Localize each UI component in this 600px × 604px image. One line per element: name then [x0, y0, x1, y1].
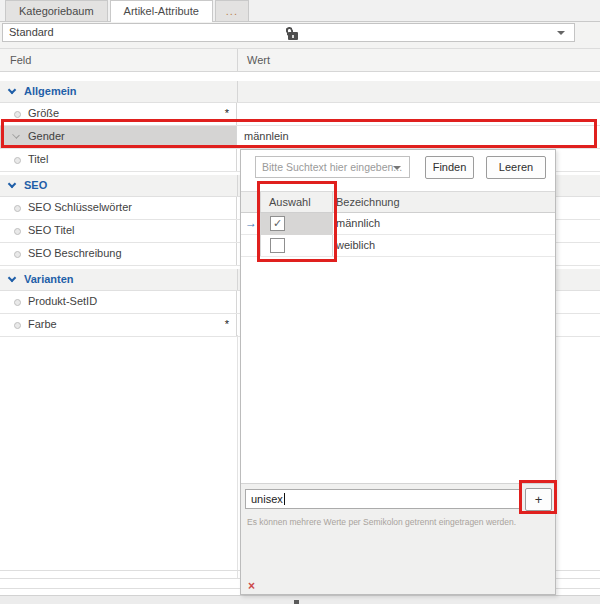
column-header-wert: Wert	[247, 54, 270, 66]
close-popup-icon[interactable]: ×	[248, 579, 255, 593]
check-icon: ✓	[273, 217, 282, 229]
field-status-icon	[14, 228, 21, 235]
article-attributes-window: Kategoriebaum Artikel-Attribute ... Stan…	[0, 0, 600, 604]
tab-more[interactable]: ...	[215, 0, 249, 21]
checkbox-maennlich[interactable]: ✓	[270, 216, 285, 231]
tab-artikel-attribute[interactable]: Artikel-Attribute	[110, 0, 213, 22]
option-row-maennlich[interactable]: → ✓ männlich	[241, 213, 555, 235]
field-status-icon	[14, 205, 21, 212]
collapse-arrow-icon[interactable]	[8, 180, 16, 188]
section-row-allgemein[interactable]: Allgemein	[0, 81, 600, 103]
profile-combobox[interactable]: Standard	[2, 23, 575, 42]
add-value-button[interactable]: +	[525, 488, 552, 511]
field-status-icon	[14, 111, 21, 118]
field-status-icon	[14, 322, 21, 329]
options-table-header: Auswahl Bezeichnung	[241, 191, 555, 213]
find-button[interactable]: Finden	[425, 156, 474, 179]
column-header-bezeichnung: Bezeichnung	[336, 196, 400, 208]
search-placeholder: Bitte Suchtext hier eingeben...	[262, 161, 402, 173]
column-header-feld: Feld	[10, 54, 31, 66]
profile-value: Standard	[9, 26, 54, 38]
chevron-down-icon[interactable]	[393, 166, 401, 170]
clear-button[interactable]: Leeren	[486, 156, 546, 179]
field-status-icon	[14, 299, 21, 306]
field-row-groesse[interactable]: Größe *	[0, 103, 600, 126]
tab-bar: Kategoriebaum Artikel-Attribute ...	[0, 0, 600, 22]
splitter-grip-icon[interactable]	[294, 600, 299, 604]
field-status-icon	[14, 157, 21, 164]
value-cell[interactable]	[237, 103, 600, 125]
value-cell-gender[interactable]: männlein	[237, 126, 600, 148]
toolbar: Standard	[0, 22, 600, 48]
column-header-auswahl: Auswahl	[269, 196, 311, 208]
field-dropdown-icon	[12, 131, 20, 139]
unlock-icon	[286, 27, 300, 40]
grid-column-header: Feld Wert	[0, 48, 600, 72]
gender-value-editor-popup: Bitte Suchtext hier eingeben... Finden L…	[240, 149, 556, 595]
tab-kategoriebaum[interactable]: Kategoriebaum	[5, 0, 108, 21]
new-value-input[interactable]: unisex	[245, 489, 521, 509]
collapse-arrow-icon[interactable]	[8, 274, 16, 282]
current-row-arrow-icon: →	[245, 216, 257, 230]
field-status-icon	[14, 251, 21, 258]
text-caret	[284, 493, 285, 505]
search-input[interactable]: Bitte Suchtext hier eingeben...	[255, 156, 410, 178]
required-star: *	[225, 107, 229, 119]
semicolon-hint-text: Es können mehrere Werte per Semikolon ge…	[247, 517, 547, 527]
popup-footer: unisex + Es können mehrere Werte per Sem…	[241, 483, 555, 594]
field-row-gender[interactable]: Gender männlein	[0, 126, 600, 149]
horizontal-scrollbar[interactable]	[0, 595, 600, 604]
chevron-down-icon[interactable]	[557, 31, 565, 35]
option-row-weiblich[interactable]: weiblich	[241, 235, 555, 257]
collapse-arrow-icon[interactable]	[8, 86, 16, 94]
required-star: *	[225, 318, 229, 330]
checkbox-weiblich[interactable]	[270, 238, 285, 253]
